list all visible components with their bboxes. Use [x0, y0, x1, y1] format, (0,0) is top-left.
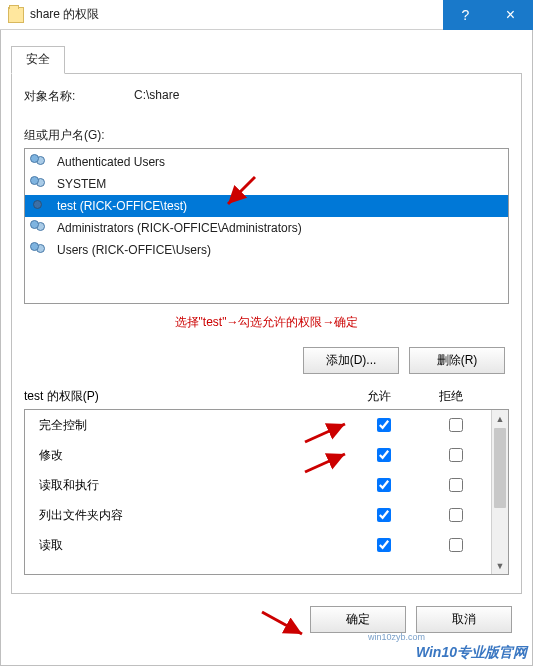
- cancel-button[interactable]: 取消: [416, 606, 512, 633]
- perm-row: 完全控制: [25, 410, 491, 440]
- perm-allow-checkbox[interactable]: [377, 418, 391, 432]
- users-icon: [29, 242, 53, 258]
- perm-row: 读取和执行: [25, 470, 491, 500]
- list-item[interactable]: Authenticated Users: [25, 151, 508, 173]
- perm-row-label: 完全控制: [25, 417, 347, 434]
- tab-security[interactable]: 安全: [11, 46, 65, 74]
- tab-strip: 安全: [11, 46, 522, 74]
- remove-button[interactable]: 删除(R): [409, 347, 505, 374]
- watermark: Win10专业版官网: [416, 644, 527, 662]
- perm-deny-checkbox[interactable]: [449, 508, 463, 522]
- perm-deny-checkbox[interactable]: [449, 478, 463, 492]
- footer-buttons: 确定 取消: [11, 594, 522, 645]
- perm-row-label: 列出文件夹内容: [25, 507, 347, 524]
- perm-header: test 的权限(P) 允许 拒绝: [24, 388, 509, 405]
- perm-allow-checkbox[interactable]: [377, 538, 391, 552]
- list-item-label: Administrators (RICK-OFFICE\Administrato…: [57, 221, 302, 235]
- perm-row: 修改: [25, 440, 491, 470]
- perm-row: 读取: [25, 530, 491, 560]
- close-button[interactable]: ×: [488, 0, 533, 30]
- perm-box: 完全控制修改读取和执行列出文件夹内容读取 ▲ ▼: [24, 409, 509, 575]
- perm-allow-checkbox[interactable]: [377, 448, 391, 462]
- perm-deny-checkbox[interactable]: [449, 538, 463, 552]
- list-item[interactable]: Administrators (RICK-OFFICE\Administrato…: [25, 217, 508, 239]
- list-item-label: Authenticated Users: [57, 155, 165, 169]
- perm-col-deny: 拒绝: [415, 388, 487, 405]
- list-item-label: Users (RICK-OFFICE\Users): [57, 243, 211, 257]
- hint-text: 选择"test"→勾选允许的权限→确定: [24, 314, 509, 331]
- perm-allow-checkbox[interactable]: [377, 478, 391, 492]
- perm-col-allow: 允许: [343, 388, 415, 405]
- list-item[interactable]: Users (RICK-OFFICE\Users): [25, 239, 508, 261]
- list-item-label: SYSTEM: [57, 177, 106, 191]
- object-row: 对象名称: C:\share: [24, 88, 509, 105]
- perm-deny-checkbox[interactable]: [449, 448, 463, 462]
- object-value: C:\share: [134, 88, 179, 105]
- user-icon: [29, 198, 53, 214]
- client-area: 安全 对象名称: C:\share 组或用户名(G): Authenticate…: [0, 30, 533, 666]
- groups-listbox[interactable]: Authenticated UsersSYSTEMtest (RICK-OFFI…: [24, 148, 509, 304]
- scroll-up-icon[interactable]: ▲: [492, 410, 508, 427]
- perm-row-label: 读取和执行: [25, 477, 347, 494]
- perm-deny-checkbox[interactable]: [449, 418, 463, 432]
- scroll-thumb[interactable]: [494, 428, 506, 508]
- perm-header-label: test 的权限(P): [24, 388, 343, 405]
- users-icon: [29, 176, 53, 192]
- object-label: 对象名称:: [24, 88, 134, 105]
- group-buttons: 添加(D)... 删除(R): [24, 347, 505, 374]
- perm-allow-checkbox[interactable]: [377, 508, 391, 522]
- list-item[interactable]: SYSTEM: [25, 173, 508, 195]
- scroll-down-icon[interactable]: ▼: [492, 557, 508, 574]
- add-button[interactable]: 添加(D)...: [303, 347, 399, 374]
- perm-row: 列出文件夹内容: [25, 500, 491, 530]
- perm-row-label: 修改: [25, 447, 347, 464]
- watermark-url: win10zyb.com: [368, 632, 425, 642]
- perm-row-label: 读取: [25, 537, 347, 554]
- users-icon: [29, 220, 53, 236]
- folder-icon: [8, 7, 24, 23]
- list-item-label: test (RICK-OFFICE\test): [57, 199, 187, 213]
- users-icon: [29, 154, 53, 170]
- perm-list: 完全控制修改读取和执行列出文件夹内容读取: [25, 410, 491, 574]
- titlebar: share 的权限 ? ×: [0, 0, 533, 30]
- tab-body: 对象名称: C:\share 组或用户名(G): Authenticated U…: [11, 74, 522, 594]
- scrollbar[interactable]: ▲ ▼: [491, 410, 508, 574]
- window-title: share 的权限: [30, 6, 443, 23]
- groups-label: 组或用户名(G):: [24, 127, 509, 144]
- ok-button[interactable]: 确定: [310, 606, 406, 633]
- list-item[interactable]: test (RICK-OFFICE\test): [25, 195, 508, 217]
- help-button[interactable]: ?: [443, 0, 488, 30]
